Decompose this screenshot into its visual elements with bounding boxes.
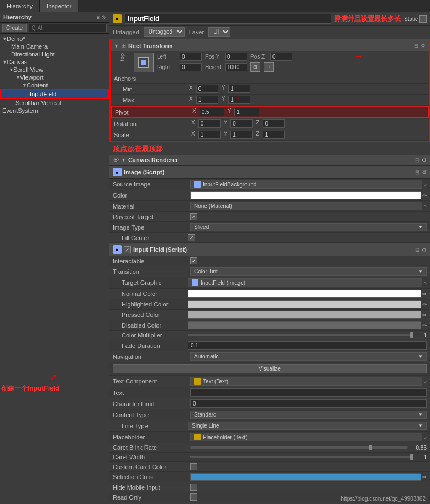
hierarchy-search-input[interactable]	[29, 24, 107, 32]
pressed-color-edit[interactable]: ✏	[422, 312, 427, 318]
selection-color-edit[interactable]: ✏	[422, 474, 427, 480]
rect-transform-icon: ⊞	[121, 42, 126, 49]
tree-item-viewport[interactable]: ▼ Viewport	[0, 74, 109, 81]
rot-y-input[interactable]	[230, 119, 253, 128]
input-field-checkbox[interactable]: ✓	[124, 246, 131, 253]
tree-item-scrollview[interactable]: ▼ Scroll View	[0, 66, 109, 74]
aspect-ratio-icon[interactable]: ⊞	[250, 62, 260, 72]
scale-z-input[interactable]	[263, 131, 285, 139]
character-limit-input[interactable]	[190, 399, 427, 408]
fill-center-checkbox[interactable]: ✓	[188, 234, 195, 241]
image-type-dropdown[interactable]: Sliced ▼	[190, 223, 427, 231]
text-input[interactable]	[190, 388, 427, 397]
input-field-gear[interactable]: ⚙	[422, 247, 427, 253]
annotation-pivot-label: 顶点放在最顶部	[113, 144, 163, 154]
scale-x-input[interactable]	[198, 131, 221, 139]
caret-width-slider[interactable]	[190, 456, 413, 458]
hierarchy-tab[interactable]: Hierarchy	[0, 0, 40, 12]
tree-item-inputfield[interactable]: InputField	[0, 89, 109, 99]
image-script-header[interactable]: ■ Image (Script) ⊟ ⚙	[109, 166, 430, 179]
tag-layer-row: Untagged Untagged Layer UI	[109, 26, 430, 38]
create-button[interactable]: Create	[2, 24, 27, 32]
line-type-dropdown[interactable]: Single Line ▼	[188, 422, 427, 430]
anchor-diagram[interactable]	[134, 53, 154, 72]
character-limit-row: Character Limit	[109, 398, 430, 409]
static-checkbox-container[interactable]: Static	[404, 15, 427, 23]
inspector-tab[interactable]: Inspector	[40, 0, 78, 12]
tree-item-maincam[interactable]: Main Camera	[0, 43, 109, 50]
min-x-input[interactable]	[196, 85, 218, 93]
posz-input[interactable]	[270, 53, 292, 61]
selection-color-bar[interactable]	[190, 473, 421, 481]
target-graphic-value[interactable]: InputField (Image)	[188, 278, 422, 287]
obj-name-input[interactable]	[125, 14, 331, 24]
target-graphic-link[interactable]: ○	[423, 280, 427, 286]
tree-item-demo[interactable]: ▼ Demo*	[0, 35, 109, 43]
rot-z-input[interactable]	[263, 119, 285, 128]
resize-icon[interactable]: ↔	[264, 62, 274, 72]
pivot-y-input[interactable]	[234, 108, 259, 116]
fade-duration-input[interactable]	[188, 341, 427, 350]
rect-transform-header[interactable]: ▼ ⊞ Rect Transform ⊟ ⚙	[111, 40, 429, 51]
transition-dropdown[interactable]: Color Tint ▼	[190, 267, 427, 276]
tree-item-content[interactable]: ▼ Content	[0, 81, 109, 89]
rect-transform-gear-icon[interactable]: ⚙	[421, 43, 426, 49]
input-field-script-header[interactable]: ■ ✓ Input Field (Script) ⊟ ⚙	[109, 243, 430, 256]
right-input[interactable]	[180, 63, 202, 71]
source-image-row: Source Image InputFieldBackground ○	[109, 179, 430, 190]
tree-label-inputfield: InputField	[30, 91, 56, 97]
scale-y-input[interactable]	[230, 131, 253, 139]
canvas-renderer-gear[interactable]: ⚙	[422, 157, 427, 163]
hide-mobile-checkbox[interactable]	[190, 484, 197, 491]
read-only-checkbox[interactable]	[190, 493, 197, 501]
layer-dropdown[interactable]: UI	[208, 27, 230, 37]
source-image-value[interactable]: InputFieldBackground	[190, 180, 422, 189]
material-value[interactable]: None (Material)	[190, 202, 422, 210]
tree-item-eventsystem[interactable]: EventSystem	[0, 107, 109, 115]
raycast-target-checkbox[interactable]: ✓	[190, 213, 197, 220]
rot-x-input[interactable]	[198, 119, 221, 128]
normal-color-label: Normal Color	[122, 290, 188, 297]
normal-color-bar[interactable]	[188, 290, 421, 298]
left-input[interactable]	[180, 53, 202, 61]
custom-caret-checkbox[interactable]	[190, 463, 197, 470]
caret-blink-slider[interactable]	[190, 446, 408, 449]
content-type-dropdown[interactable]: Standard ▼	[190, 411, 427, 419]
highlighted-color-bar[interactable]	[188, 300, 421, 308]
placeholder-value[interactable]: Placeholder (Text)	[190, 433, 422, 441]
annotation-pivot-text: 顶点放在最顶部	[109, 143, 430, 155]
tree-item-canvas[interactable]: ▼ Canvas	[0, 58, 109, 66]
pivot-x-input[interactable]	[200, 108, 224, 116]
image-script-gear[interactable]: ⚙	[422, 169, 427, 175]
text-component-value[interactable]: Text (Text)	[190, 377, 422, 386]
min-y-input[interactable]	[228, 85, 250, 93]
text-component-link[interactable]: ○	[423, 378, 427, 385]
color-multiplier-slider[interactable]	[188, 334, 413, 336]
tag-dropdown[interactable]: Untagged	[144, 27, 185, 37]
static-checkbox[interactable]	[419, 15, 427, 23]
interactable-checkbox[interactable]: ✓	[190, 257, 197, 264]
canvas-renderer-header[interactable]: 👁 ▼ Canvas Renderer ⊟ ⚙	[109, 155, 430, 165]
source-image-link[interactable]: ○	[423, 181, 427, 188]
text-component-icon	[194, 378, 201, 385]
max-x-input[interactable]	[196, 96, 218, 104]
normal-color-edit[interactable]: ✏	[422, 291, 427, 297]
tree-item-dirlight[interactable]: Directional Light	[0, 50, 109, 58]
raycast-target-row: Raycast Target ✓	[109, 212, 430, 222]
pressed-color-bar[interactable]	[188, 311, 421, 319]
placeholder-link[interactable]: ○	[423, 434, 427, 440]
material-link[interactable]: ○	[423, 203, 427, 209]
visualize-button[interactable]: Visualize	[113, 364, 427, 373]
highlighted-color-edit[interactable]: ✏	[422, 302, 427, 308]
disabled-color-bar[interactable]	[188, 321, 421, 329]
posy-input[interactable]	[225, 53, 247, 61]
color-bar-image[interactable]	[190, 191, 421, 199]
navigation-dropdown[interactable]: Automatic ▼	[190, 352, 427, 361]
tree-item-scrollbarv[interactable]: Scrollbar Vertical	[0, 99, 109, 107]
height-input[interactable]	[225, 63, 247, 71]
line-type-label: Line Type	[122, 423, 188, 429]
max-y-input[interactable]	[228, 96, 250, 104]
disabled-color-edit[interactable]: ✏	[422, 323, 427, 329]
caret-width-row: Caret Width 1	[109, 453, 430, 462]
color-edit-icon[interactable]: ✏	[422, 193, 427, 199]
